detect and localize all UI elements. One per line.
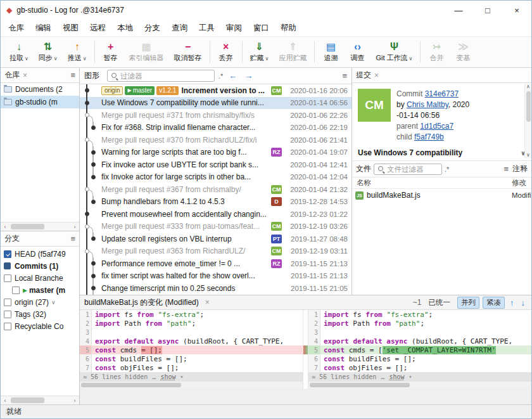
commit-row[interactable]: Merge pull request #333 from pau-tomas/f…	[80, 221, 352, 233]
menu-item-8[interactable]: 审阅	[220, 20, 248, 36]
repository-item[interactable]: gb-studio (m	[1, 96, 79, 108]
scroll-right-icon[interactable]: ›	[70, 397, 79, 404]
branch-checkbox[interactable]	[4, 299, 11, 306]
graph-filter[interactable]	[107, 70, 215, 82]
commit-row[interactable]: Use Windows 7 compatibility mode while r…	[80, 97, 352, 110]
discard-button[interactable]: ×丢弃	[213, 38, 239, 66]
scroll-up-icon[interactable]: ∧	[526, 84, 530, 90]
file-filter-input[interactable]	[387, 165, 438, 173]
column-status[interactable]: 修改	[512, 178, 531, 188]
show-hidden-link[interactable]: show	[160, 373, 175, 380]
commit-row[interactable]: Update scroll registers on VBL interrupP…	[80, 233, 352, 245]
diff-right-hscrollbar[interactable]	[308, 381, 531, 389]
ref-remote-label[interactable]: origin	[101, 86, 123, 95]
unified-toggle[interactable]: 已统一	[425, 297, 455, 309]
prev-change-icon[interactable]: ↑	[508, 298, 516, 307]
commit-row[interactable]: Performance remove emote_timer != 0 ...R…	[80, 257, 352, 270]
menu-icon[interactable]: ≡	[504, 164, 509, 174]
prev-match-icon[interactable]: ←	[227, 71, 239, 81]
scroll-left-icon[interactable]: ‹	[1, 224, 10, 230]
chevron-down-icon[interactable]: ∨	[51, 299, 56, 306]
commit-row[interactable]: Fix for #368. Strip invalid filename cha…	[80, 122, 352, 134]
regex-toggle[interactable]: .*	[218, 72, 223, 80]
menu-item-10[interactable]: 帮助	[275, 20, 302, 36]
commit-row[interactable]: Bump handlebars from 4.1.2 to 4.5.3D2019…	[80, 196, 352, 209]
commit-row[interactable]: Merge pull request #370 from RichardULZ/…	[80, 134, 352, 146]
file-row[interactable]: JS buildMakeBat.js Modified	[352, 189, 531, 202]
unstage-button[interactable]: −取消暂存	[169, 38, 207, 66]
ref-tag-label[interactable]: v1.2.1	[156, 86, 179, 95]
branch-item[interactable]: Recyclable Co	[1, 320, 79, 332]
menu-item-1[interactable]: 编辑	[30, 20, 57, 36]
column-name[interactable]: 名称	[352, 178, 371, 188]
next-change-icon[interactable]: ↓	[519, 298, 528, 307]
branch-checkbox[interactable]	[4, 274, 11, 282]
repository-item[interactable]: Documents (2	[1, 83, 79, 96]
scrollbar-thumb[interactable]	[526, 91, 531, 122]
graph-filter-input[interactable]	[120, 72, 211, 80]
commit-row[interactable]: Warning for large scripts that are too b…	[80, 146, 352, 159]
menu-item-5[interactable]: 分支	[139, 20, 166, 36]
commit-row[interactable]: Merge pull request #367 from chrismalby/…	[80, 183, 352, 196]
stage-button[interactable]: +暂存	[98, 38, 124, 66]
scrollbar-track[interactable]	[10, 222, 70, 231]
hidden-lines-row[interactable]: ≈ 56 lines hidden…show▾	[308, 372, 531, 381]
sync-button[interactable]: ⇅同步∨	[34, 38, 63, 66]
branch-item[interactable]: origin (27)∨	[1, 296, 79, 308]
compact-toggle[interactable]: 紧凑	[483, 297, 505, 309]
close-icon[interactable]: ×	[205, 298, 210, 307]
branch-checkbox[interactable]	[12, 287, 20, 294]
scrollbar-thumb[interactable]	[11, 397, 44, 403]
author-link[interactable]: Chris Maltby	[407, 100, 448, 109]
commit-row[interactable]: originmasterv1.2.1Increment version to .…	[80, 84, 352, 97]
next-match-icon[interactable]: →	[243, 71, 255, 81]
scrollbar-thumb[interactable]	[11, 224, 44, 229]
blame-button[interactable]: ▤追溯	[317, 38, 344, 66]
parent-hash-link[interactable]: 1d1d5ca7	[420, 122, 453, 131]
scrollbar-thumb[interactable]	[81, 383, 181, 387]
push-button[interactable]: ↑推送∨	[63, 38, 92, 66]
commit-row[interactable]: Change timerscript min to 0.25 seconds20…	[80, 282, 352, 295]
commit-row[interactable]: Merge pull request #363 from RichardULZ/…	[80, 245, 352, 258]
ref-current-label[interactable]: master	[125, 86, 155, 95]
branch-item[interactable]: ▶master (m	[1, 284, 79, 296]
scrollbar-track[interactable]	[10, 396, 70, 404]
commit-row[interactable]: Merge pull request #371 from chrismalby/…	[80, 109, 352, 122]
show-hidden-link[interactable]: show	[389, 373, 404, 380]
commit-row[interactable]: Prevent mousewheel from accidentally cha…	[80, 208, 352, 221]
branch-item[interactable]: Tags (32)	[1, 308, 79, 320]
commit-hash-link[interactable]: 314e6737	[425, 89, 459, 98]
menu-item-9[interactable]: 窗口	[248, 20, 275, 36]
stash-button[interactable]: ⇓贮藏∨	[245, 38, 274, 66]
investigate-button[interactable]: ‹›调查	[344, 38, 370, 66]
branch-checkbox[interactable]	[4, 250, 11, 258]
scrollbar-thumb[interactable]	[310, 383, 410, 387]
scroll-down-icon[interactable]: ∨	[526, 152, 530, 158]
regex-toggle[interactable]: .*	[445, 165, 449, 173]
menu-item-7[interactable]: 工具	[193, 20, 220, 36]
scroll-right-icon[interactable]: ›	[70, 224, 79, 230]
diff-left-hscrollbar[interactable]	[80, 381, 303, 389]
file-filter[interactable]	[374, 164, 442, 175]
commit-panel-scrollbar[interactable]: ∧ ∨	[524, 84, 531, 158]
branch-item[interactable]: Local Branche	[1, 272, 79, 284]
scroll-left-icon[interactable]: ‹	[1, 397, 10, 404]
maximize-button[interactable]: □	[473, 1, 502, 20]
branch-checkbox[interactable]	[4, 311, 11, 318]
close-icon[interactable]: ×	[23, 71, 27, 80]
repo-hscrollbar[interactable]: ‹ ›	[1, 222, 79, 231]
menu-icon[interactable]: ≡	[70, 234, 75, 243]
hidden-lines-row[interactable]: ≈ 56 lines hidden…show▾	[80, 372, 303, 381]
close-icon[interactable]: ×	[374, 71, 379, 80]
commit-row[interactable]: Fix invoke actor use UBYTE for script ba…	[80, 158, 352, 171]
branch-item[interactable]: HEAD (f5af749	[1, 248, 79, 260]
menu-icon[interactable]: ≡	[342, 71, 347, 81]
child-hash-link[interactable]: f5af749b	[414, 132, 444, 141]
branch-checkbox[interactable]	[4, 323, 11, 330]
menu-icon[interactable]: ≡	[70, 70, 75, 80]
minimize-button[interactable]: —	[444, 1, 473, 20]
branch-item[interactable]: Commits (1)	[1, 260, 79, 272]
commit-row[interactable]: fix Invoke actor for large scripts in ot…	[80, 171, 352, 184]
git-workflow-button[interactable]: ΨGit 工作流∨	[370, 38, 417, 66]
close-button[interactable]: ×	[502, 1, 531, 20]
